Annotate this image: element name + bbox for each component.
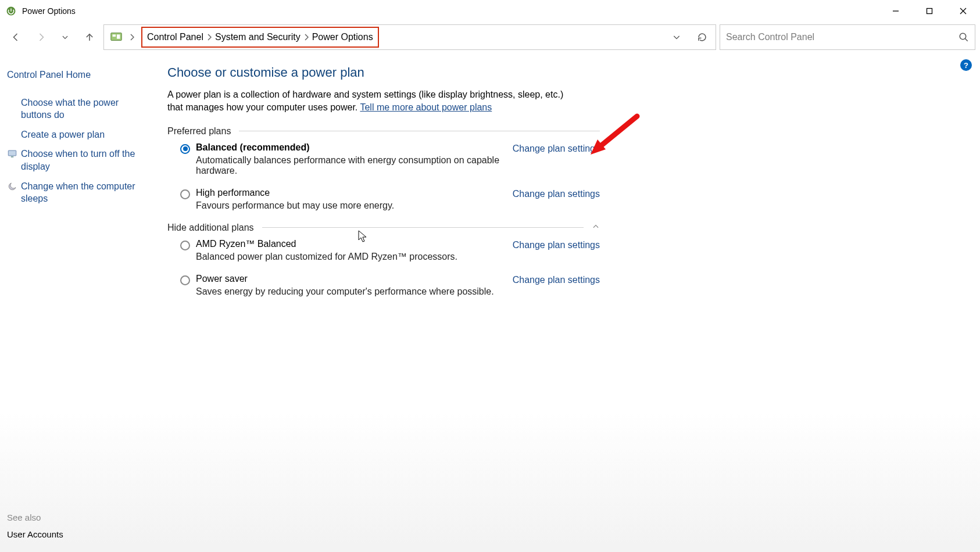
- search-bar[interactable]: [720, 24, 975, 50]
- change-plan-settings-high-performance[interactable]: Change plan settings: [513, 188, 600, 199]
- section-label: Hide additional plans: [167, 223, 254, 233]
- chevron-right-icon[interactable]: [301, 34, 312, 41]
- address-bar[interactable]: Control Panel System and Security Power …: [103, 24, 716, 50]
- page-title: Choose or customise a power plan: [167, 65, 963, 80]
- radio-amd-ryzen[interactable]: [180, 241, 190, 250]
- address-dropdown-button[interactable]: [666, 26, 688, 48]
- page-description: A power plan is a collection of hardware…: [167, 88, 574, 114]
- see-also-user-accounts[interactable]: User Accounts: [7, 528, 150, 545]
- divider: [262, 227, 584, 228]
- svg-rect-11: [11, 156, 14, 157]
- section-label: Preferred plans: [167, 126, 231, 137]
- title-bar: Power Options: [0, 0, 980, 22]
- search-input[interactable]: [726, 32, 958, 42]
- search-icon[interactable]: [958, 32, 969, 42]
- svg-rect-10: [8, 150, 16, 156]
- plan-name-balanced[interactable]: Balanced (recommended): [196, 142, 507, 153]
- divider: [239, 131, 600, 131]
- breadcrumb-item[interactable]: Control Panel: [147, 32, 203, 42]
- plan-desc-balanced: Automatically balances performance with …: [196, 155, 507, 176]
- learn-more-link[interactable]: Tell me more about power plans: [360, 102, 492, 112]
- svg-rect-6: [113, 34, 116, 37]
- sidebar-task-sleep[interactable]: Change when the computer sleeps: [21, 180, 150, 205]
- refresh-button[interactable]: [691, 26, 713, 48]
- sidebar: Control Panel Home Choose what the power…: [0, 55, 157, 552]
- window-title: Power Options: [22, 6, 879, 16]
- plan-name-amd-ryzen[interactable]: AMD Ryzen™ Balanced: [196, 239, 507, 249]
- change-plan-settings-balanced[interactable]: Change plan settings: [513, 142, 600, 154]
- sidebar-task-display-off[interactable]: Choose when to turn off the display: [21, 148, 150, 173]
- svg-rect-2: [927, 9, 932, 14]
- see-also-label: See also: [7, 510, 150, 528]
- moon-icon: [7, 181, 17, 192]
- collapse-icon[interactable]: [592, 223, 600, 232]
- breadcrumb-item[interactable]: Power Options: [312, 32, 373, 42]
- radio-high-performance[interactable]: [180, 189, 190, 199]
- up-button[interactable]: [79, 27, 100, 48]
- plan-amd-ryzen: AMD Ryzen™ Balanced Balanced power plan …: [180, 239, 600, 262]
- blank-icon: [7, 130, 17, 140]
- radio-power-saver[interactable]: [180, 275, 190, 285]
- blank-icon: [7, 98, 17, 108]
- minimize-button[interactable]: [879, 0, 913, 22]
- sidebar-task-power-buttons[interactable]: Choose what the power buttons do: [21, 96, 150, 121]
- radio-balanced[interactable]: [180, 144, 190, 154]
- plan-power-saver: Power saver Saves energy by reducing you…: [180, 274, 600, 297]
- close-button[interactable]: [946, 0, 980, 22]
- plan-desc-high-performance: Favours performance but may use more ene…: [196, 200, 507, 211]
- help-button[interactable]: ?: [960, 59, 972, 71]
- main-content: ? Choose or customise a power plan A pow…: [157, 55, 980, 552]
- control-panel-home-link[interactable]: Control Panel Home: [7, 65, 150, 85]
- power-options-icon: [6, 6, 16, 16]
- back-button[interactable]: [6, 27, 27, 48]
- plan-balanced: Balanced (recommended) Automatically bal…: [180, 142, 600, 176]
- chevron-right-icon[interactable]: [126, 34, 138, 41]
- sidebar-task-create-plan[interactable]: Create a power plan: [21, 128, 105, 141]
- forward-button[interactable]: [30, 27, 51, 48]
- monitor-icon: [7, 149, 17, 159]
- svg-rect-5: [111, 33, 121, 41]
- plan-name-high-performance[interactable]: High performance: [196, 188, 507, 198]
- plan-name-power-saver[interactable]: Power saver: [196, 274, 507, 284]
- additional-plans-header[interactable]: Hide additional plans: [167, 223, 600, 233]
- control-panel-icon: [110, 31, 123, 44]
- navigation-row: Control Panel System and Security Power …: [0, 22, 980, 55]
- recent-dropdown-button[interactable]: [55, 27, 76, 48]
- plan-high-performance: High performance Favours performance but…: [180, 188, 600, 211]
- svg-rect-7: [117, 34, 120, 38]
- svg-line-9: [965, 38, 968, 41]
- plan-desc-power-saver: Saves energy by reducing your computer's…: [196, 286, 507, 297]
- svg-point-8: [960, 33, 966, 40]
- maximize-button[interactable]: [913, 0, 946, 22]
- change-plan-settings-amd-ryzen[interactable]: Change plan settings: [513, 239, 600, 250]
- preferred-plans-header: Preferred plans: [167, 126, 600, 137]
- change-plan-settings-power-saver[interactable]: Change plan settings: [513, 274, 600, 285]
- plan-desc-amd-ryzen: Balanced power plan customized for AMD R…: [196, 252, 507, 262]
- chevron-right-icon[interactable]: [203, 34, 215, 41]
- breadcrumb-item[interactable]: System and Security: [215, 32, 301, 42]
- breadcrumb-highlight: Control Panel System and Security Power …: [141, 27, 379, 48]
